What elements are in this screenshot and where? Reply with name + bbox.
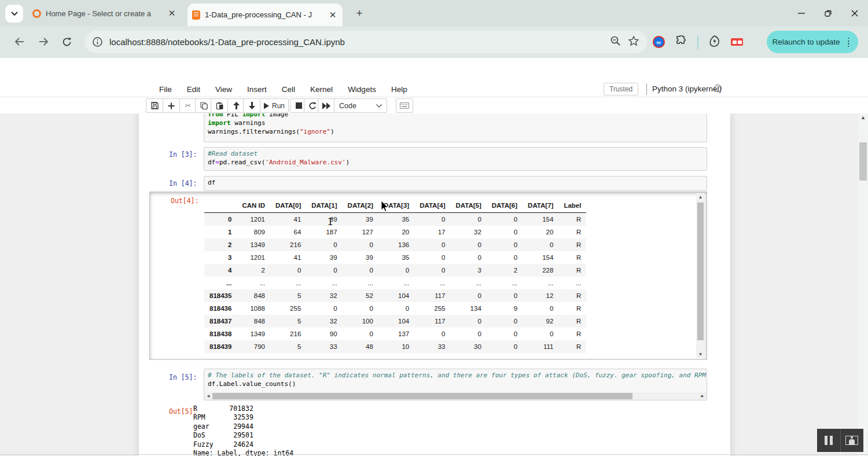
column-header: Label bbox=[558, 200, 586, 213]
menu-edit[interactable]: Edit bbox=[179, 85, 208, 94]
plus-icon bbox=[168, 102, 175, 109]
webcam-toggle-button[interactable] bbox=[841, 429, 864, 452]
table-cell: 20 bbox=[523, 226, 558, 238]
vpn-extension-icon[interactable]: ∞ bbox=[653, 36, 665, 48]
table-cell: ... bbox=[450, 277, 486, 289]
table-cell: 0 bbox=[414, 213, 450, 226]
input-prompt: In [4]: bbox=[169, 179, 197, 187]
scrollbar-thumb[interactable] bbox=[212, 393, 632, 399]
close-window-button[interactable] bbox=[841, 0, 868, 26]
pause-recording-button[interactable] bbox=[817, 429, 840, 452]
run-cell-button[interactable]: Run bbox=[260, 98, 289, 113]
keyboard-icon bbox=[400, 102, 409, 109]
table-cell: 1201 bbox=[237, 251, 270, 264]
table-cell: 111 bbox=[523, 340, 558, 353]
table-cell: 790 bbox=[237, 340, 270, 353]
tab-home-page[interactable]: Home Page - Select or create a ✕ bbox=[29, 5, 181, 22]
minimize-button[interactable] bbox=[788, 0, 815, 26]
code-cell-input[interactable]: from PIL import Imageimport warningswarn… bbox=[204, 113, 707, 142]
code-cell-input[interactable]: #Read datasetdf=pd.read_csv('Android_Mal… bbox=[204, 147, 707, 171]
restart-run-all-button[interactable] bbox=[318, 98, 335, 113]
column-header: DATA[2] bbox=[343, 200, 378, 213]
site-info-icon[interactable] bbox=[93, 37, 102, 47]
trusted-badge[interactable]: Trusted bbox=[604, 83, 638, 95]
code-line: #Read dataset bbox=[208, 149, 703, 158]
row-index: 0 bbox=[204, 213, 237, 226]
scroll-down-icon[interactable]: ▼ bbox=[696, 351, 705, 359]
scroll-up-icon[interactable]: ▲ bbox=[696, 193, 705, 201]
scrollbar-thumb[interactable] bbox=[697, 203, 704, 340]
cell-horizontal-scrollbar[interactable]: ◄ ► bbox=[204, 392, 707, 400]
menu-widgets[interactable]: Widgets bbox=[340, 85, 384, 94]
menu-view[interactable]: View bbox=[208, 85, 240, 94]
table-cell: 39 bbox=[343, 251, 378, 264]
code-editor[interactable]: #Read datasetdf=pd.read_csv('Android_Mal… bbox=[208, 149, 703, 167]
maximize-button[interactable] bbox=[815, 0, 841, 26]
bookmark-star-icon[interactable] bbox=[628, 36, 639, 48]
extensions-puzzle-icon[interactable] bbox=[675, 35, 687, 49]
back-button[interactable] bbox=[10, 33, 28, 50]
performance-leaf-icon[interactable] bbox=[709, 35, 720, 49]
notebook-favicon-icon bbox=[192, 10, 200, 20]
ok-extension-icon[interactable] bbox=[731, 38, 743, 46]
maximize-icon bbox=[825, 10, 832, 17]
close-tab-icon[interactable]: ✕ bbox=[328, 10, 338, 20]
code-cell-input[interactable]: df bbox=[204, 176, 707, 191]
cut-cell-button[interactable]: ✂ bbox=[179, 98, 197, 113]
divider bbox=[0, 454, 868, 455]
table-cell: 216 bbox=[270, 328, 306, 340]
table-cell: R bbox=[558, 340, 586, 353]
tab-notebook[interactable]: 1-Data_pre-processing_CAN - J ✕ bbox=[187, 3, 343, 26]
browser-menu-icon[interactable]: ⋮⋮ bbox=[845, 39, 853, 45]
scrollbar-thumb[interactable] bbox=[859, 142, 867, 181]
paste-cell-button[interactable] bbox=[211, 98, 228, 113]
new-tab-button[interactable]: + bbox=[352, 6, 367, 21]
relaunch-update-button[interactable]: Relaunch to update ⋮⋮ bbox=[767, 31, 858, 53]
row-index: 818436 bbox=[204, 302, 237, 315]
table-cell: 10 bbox=[378, 340, 414, 353]
menu-cell[interactable]: Cell bbox=[274, 85, 303, 94]
forward-button[interactable] bbox=[35, 33, 52, 50]
command-palette-button[interactable] bbox=[396, 98, 413, 113]
scroll-left-icon[interactable]: ◄ bbox=[204, 392, 212, 400]
restart-icon bbox=[309, 102, 317, 109]
column-header: DATA[1] bbox=[306, 200, 342, 213]
reload-button[interactable] bbox=[58, 33, 75, 50]
table-cell: 1088 bbox=[237, 302, 270, 315]
url-text[interactable]: localhost:8888/notebooks/1-Data_pre-proc… bbox=[109, 37, 602, 47]
close-tab-icon[interactable]: ✕ bbox=[167, 8, 177, 19]
menu-insert[interactable]: Insert bbox=[240, 85, 274, 94]
output-vertical-scrollbar[interactable]: ▲ ▼ bbox=[696, 193, 705, 359]
tab-search-button[interactable] bbox=[5, 5, 23, 23]
reload-icon bbox=[62, 37, 72, 47]
cell-type-select[interactable]: Code bbox=[334, 98, 387, 113]
save-button[interactable] bbox=[146, 98, 163, 113]
copy-cell-button[interactable] bbox=[195, 98, 212, 113]
menu-kernel[interactable]: Kernel bbox=[303, 85, 340, 94]
move-cell-up-button[interactable] bbox=[227, 98, 245, 113]
url-bar[interactable]: localhost:8888/notebooks/1-Data_pre-proc… bbox=[84, 31, 647, 53]
fast-forward-icon bbox=[322, 102, 330, 109]
kernel-status-icon bbox=[714, 84, 722, 92]
webcam-icon bbox=[845, 436, 858, 445]
zoom-icon[interactable] bbox=[610, 36, 620, 48]
code-line: # The labels of the dataset. "R" indicat… bbox=[208, 371, 703, 380]
code-editor[interactable]: # The labels of the dataset. "R" indicat… bbox=[208, 371, 703, 388]
table-cell: R bbox=[558, 328, 586, 340]
code-cell-input[interactable]: # The labels of the dataset. "R" indicat… bbox=[204, 369, 707, 400]
scroll-right-icon[interactable]: ► bbox=[698, 392, 707, 400]
page-scrollbar[interactable]: ▲ bbox=[858, 113, 868, 456]
code-editor[interactable]: from PIL import Imageimport warningswarn… bbox=[208, 113, 703, 137]
output-scroll-area[interactable]: Out[4]: CAN IDDATA[0]DATA[1]DATA[2]DATA[… bbox=[149, 192, 707, 360]
move-cell-down-button[interactable] bbox=[243, 98, 260, 113]
table-cell: 1349 bbox=[237, 238, 270, 251]
code-editor[interactable]: df bbox=[208, 178, 703, 187]
scroll-up-icon[interactable]: ▲ bbox=[858, 115, 868, 120]
add-cell-button[interactable] bbox=[163, 98, 180, 113]
table-cell: 32 bbox=[306, 315, 342, 328]
arrow-down-icon bbox=[249, 102, 255, 109]
menu-file[interactable]: File bbox=[152, 85, 179, 94]
kernel-name: Python 3 (ipykernel) bbox=[652, 84, 722, 93]
menu-help[interactable]: Help bbox=[384, 85, 415, 94]
extensions-area: ∞ bbox=[653, 31, 743, 53]
